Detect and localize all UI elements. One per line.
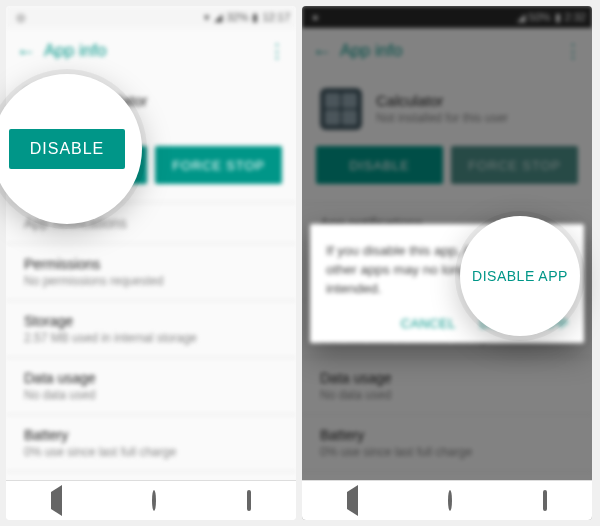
app-summary: Calculator Installed [6,74,296,140]
page-title: App info [44,41,266,61]
nav-home-icon[interactable] [152,492,156,509]
battery-icon: ▮ [252,11,258,24]
permissions-sub: No permissions requested [24,274,278,288]
nav-back-icon[interactable] [347,492,358,509]
section-permissions[interactable]: Permissions No permissions requested [6,243,296,300]
app-notifications-label: App notifications [24,215,278,231]
wifi-icon: ▾ [204,11,210,24]
permissions-label: Permissions [24,256,278,272]
nav-back-icon[interactable] [51,492,62,509]
data-usage-sub: No data used [24,388,278,402]
app-header: ← App info ⋮ [6,28,296,74]
nav-recent-icon[interactable] [543,492,547,509]
app-name: Calculator [80,91,148,111]
disable-dialog: If you disable this app, Android and oth… [310,224,584,343]
battery-label: Battery [24,427,278,443]
dialog-confirm-button[interactable]: DISABLE APP [480,315,568,333]
overflow-icon[interactable]: ⋮ [266,40,286,62]
nav-home-icon[interactable] [448,492,452,509]
clock: 12:17 [262,11,290,23]
storage-sub: 2.57 MB used in internal storage [24,331,278,345]
nav-recent-icon[interactable] [247,492,251,509]
signal-icon: ◢ [214,11,222,24]
force-stop-button[interactable]: FORCE STOP [155,146,282,184]
storage-label: Storage [24,313,278,329]
disable-button[interactable]: DISABLE [20,146,147,184]
dialog-cancel-button[interactable]: CANCEL [401,315,456,333]
app-icon [24,88,66,130]
battery-sub: 0% use since last full charge [24,445,278,459]
dialog-body: If you disable this app, Android and oth… [326,242,568,299]
section-storage[interactable]: Storage 2.57 MB used in internal storage [6,300,296,357]
notification-icon: ◎ [12,11,26,24]
section-data-usage[interactable]: Data usage No data used [6,357,296,414]
back-icon[interactable]: ← [16,40,44,63]
nav-bar [6,480,296,520]
nav-bar [302,480,592,520]
section-battery[interactable]: Battery 0% use since last full charge [6,414,296,471]
battery-percent: 32% [226,11,248,23]
status-bar: ◎ ▾ ◢ 32% ▮ 12:17 [6,6,296,28]
app-install-status: Installed [80,111,148,127]
section-app-notifications[interactable]: App notifications [6,202,296,243]
data-usage-label: Data usage [24,370,278,386]
phone-left: ◎ ▾ ◢ 32% ▮ 12:17 ← App info ⋮ Calculato… [6,6,296,520]
phone-right: ● ◢ 50% ▮ 2:32 ← App info ⋮ Calculator N… [302,6,592,520]
